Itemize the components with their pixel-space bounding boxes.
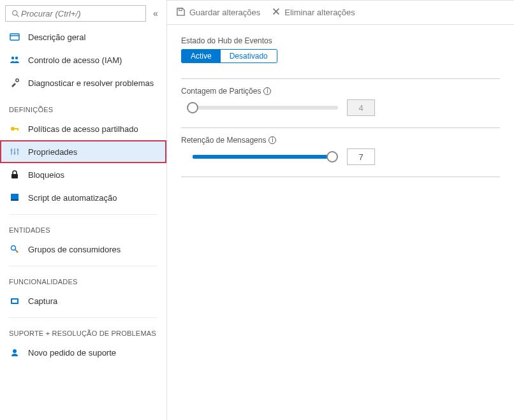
section-header-features: FUNCIONALIDADES — [0, 266, 166, 289]
save-label: Guardar alterações — [189, 8, 260, 17]
sidebar-item-label: Propriedades — [28, 147, 77, 157]
script-icon — [9, 192, 20, 203]
section-header-support: SUPORTE + RESOLUÇÃO DE PROBLEMAS — [0, 318, 166, 341]
sidebar-item-properties[interactable]: Propriedades — [0, 140, 166, 163]
sidebar-item-new-support-request[interactable]: Novo pedido de suporte — [0, 341, 166, 364]
section-header-definitions: DEFINIÇÕES — [0, 94, 166, 117]
people-icon — [9, 54, 20, 66]
status-toggle[interactable]: Active Desativado — [181, 49, 277, 63]
svg-point-15 — [17, 148, 18, 150]
partition-slider — [193, 106, 338, 110]
sidebar-item-access-control[interactable]: Controlo de acesso (IAM) — [0, 48, 166, 71]
toolbar: Guardar alterações Eliminar alterações — [167, 1, 514, 25]
retention-slider-thumb[interactable] — [327, 151, 338, 163]
key-icon — [9, 123, 20, 134]
content: Estado do Hub de Eventos Active Desativa… — [167, 25, 514, 189]
svg-rect-16 — [11, 174, 18, 178]
retention-label: Retenção de Mensagens — [181, 136, 266, 145]
svg-point-13 — [10, 149, 12, 151]
status-block: Estado do Hub de Eventos Active Desativa… — [181, 36, 500, 79]
svg-point-21 — [17, 251, 18, 253]
nav: Descrição geral Controlo de acesso (IAM)… — [0, 25, 166, 364]
partition-block: Contagem de Partições i 4 — [181, 79, 500, 128]
sidebar-item-label: Novo pedido de suporte — [28, 348, 116, 358]
sidebar-item-automation-script[interactable]: Script de automatização — [0, 186, 166, 209]
capture-icon — [9, 295, 20, 307]
partition-value: 4 — [347, 99, 375, 116]
sidebar-item-overview[interactable]: Descrição geral — [0, 25, 166, 48]
svg-rect-17 — [11, 194, 18, 200]
search-row: « — [0, 0, 166, 25]
sidebar: « Descrição geral Controlo de acesso (IA… — [0, 0, 167, 420]
sidebar-item-label: Descrição geral — [28, 33, 85, 42]
svg-point-4 — [11, 57, 14, 59]
lock-icon — [9, 169, 20, 180]
search-input[interactable] — [21, 9, 142, 18]
sidebar-item-capture[interactable]: Captura — [0, 289, 166, 312]
sidebar-item-label: Bloqueios — [28, 170, 64, 180]
support-icon — [9, 347, 20, 358]
status-label: Estado do Hub de Eventos — [181, 36, 500, 45]
sidebar-item-consumer-groups[interactable]: Grupos de consumidores — [0, 238, 166, 261]
svg-point-5 — [15, 57, 18, 59]
sidebar-item-label: Captura — [28, 296, 57, 306]
discard-button[interactable]: Eliminar alterações — [272, 7, 355, 18]
sidebar-item-label: Controlo de acesso (IAM) — [28, 55, 122, 65]
collapse-sidebar-button[interactable]: « — [150, 8, 161, 18]
svg-point-19 — [11, 246, 16, 250]
sidebar-item-diagnose[interactable]: Diagnosticar e resolver problemas — [0, 71, 166, 94]
search-icon — [10, 8, 21, 19]
partition-slider-thumb — [187, 102, 198, 113]
save-icon — [176, 7, 186, 18]
info-icon[interactable]: i — [263, 87, 271, 95]
svg-point-14 — [13, 152, 15, 154]
discard-label: Eliminar alterações — [284, 8, 355, 17]
sidebar-item-shared-access-policies[interactable]: Políticas de acesso partilhado — [0, 117, 166, 140]
save-button[interactable]: Guardar alterações — [176, 7, 260, 18]
close-icon — [272, 7, 281, 18]
svg-rect-25 — [179, 8, 182, 10]
tools-icon — [9, 77, 20, 89]
retention-value[interactable]: 7 — [347, 148, 375, 165]
svg-line-1 — [17, 15, 18, 17]
info-icon[interactable]: i — [268, 136, 276, 144]
sidebar-item-label: Diagnosticar e resolver problemas — [28, 78, 154, 88]
sidebar-item-label: Script de automatização — [28, 193, 117, 203]
retention-block: Retenção de Mensagens i 7 — [181, 128, 500, 177]
sidebar-item-label: Políticas de acesso partilhado — [28, 124, 138, 134]
main-panel: Guardar alterações Eliminar alterações E… — [167, 0, 514, 420]
sliders-icon — [9, 146, 20, 157]
svg-point-24 — [13, 349, 17, 353]
search-box[interactable] — [5, 5, 146, 22]
svg-point-6 — [16, 79, 18, 82]
status-inactive-tab[interactable]: Desativado — [221, 50, 277, 62]
svg-rect-9 — [17, 128, 18, 131]
partition-label: Contagem de Partições — [181, 87, 261, 96]
consumer-groups-icon — [9, 243, 20, 255]
sidebar-item-locks[interactable]: Bloqueios — [0, 163, 166, 186]
sidebar-item-label: Grupos de consumidores — [28, 245, 121, 254]
svg-point-0 — [12, 10, 17, 15]
svg-rect-2 — [10, 34, 19, 40]
svg-rect-23 — [12, 300, 17, 303]
status-active-tab[interactable]: Active — [182, 50, 221, 62]
overview-icon — [9, 31, 20, 43]
retention-slider[interactable] — [193, 155, 338, 159]
section-header-entities: ENTIDADES — [0, 215, 166, 238]
